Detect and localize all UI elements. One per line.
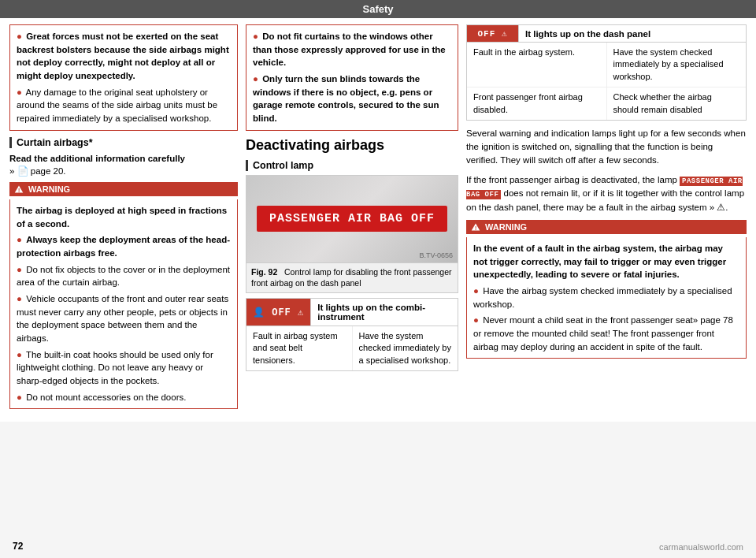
airbag-display: PASSENGER AIR BAG OFF	[257, 206, 447, 232]
warning-item-1: ● Always keep the deployment areas of th…	[17, 233, 231, 259]
right-info-header: OFF ⚠ It lights up on the dash panel	[467, 25, 746, 43]
middle-column: ● Do not fit curtains to the windows oth…	[246, 24, 458, 415]
image-ref: B.TV-0656	[419, 251, 453, 259]
control-lamp-heading: Control lamp	[246, 160, 458, 171]
warning-triangle-icon: !	[14, 184, 24, 194]
warning-box-1: ● Great forces must not be exerted on th…	[9, 24, 238, 131]
warning-item-4: ● The built-in coat hooks should be used…	[17, 348, 231, 388]
body-text-2: If the front passenger airbag is deactiv…	[466, 173, 747, 214]
page: Safety ● Great forces must not be exerte…	[0, 0, 756, 558]
info-table-icon: 👤 OFF ⚠	[246, 299, 310, 326]
lamp-image: PASSENGER AIR BAG OFF B.TV-0656	[246, 176, 458, 262]
watermark: carmanualsworld.com	[659, 542, 743, 552]
right-warning-item-0: In the event of a fault in the airbag sy…	[473, 242, 739, 281]
warning-strip-right: ! WARNING	[466, 220, 747, 234]
svg-text:!: !	[18, 188, 20, 193]
svg-text:!: !	[475, 225, 476, 231]
right-info-cell-1-1: Check whether the airbag should remain d…	[607, 87, 747, 120]
right-warning-item-2: ● Never mount a child seat in the front …	[473, 314, 739, 353]
info-table-cell-0-1: Have the system checked immediately by a…	[353, 326, 458, 370]
info-table-header-text: It lights up on the combi-instrument	[310, 299, 458, 326]
body-text-1: Several warning and indication lamps lig…	[466, 127, 747, 168]
warning-item-2: ● Do not fix objects to the cover or in …	[17, 263, 231, 289]
right-info-icon: OFF ⚠	[467, 25, 518, 42]
warning-item-5: ● Do not mount accessories on the doors.	[17, 391, 231, 404]
warning-box-1-bullet-2: ● Any damage to the original seat uphols…	[17, 86, 231, 125]
curtain-airbags-heading: Curtain airbags*	[9, 137, 238, 148]
right-info-cell-0-0: Fault in the airbag system.	[467, 43, 607, 87]
header-title: Safety	[362, 3, 393, 15]
header-bar: Safety	[0, 0, 756, 18]
warning-content-left: The airbag is deployed at high speed in …	[9, 199, 238, 409]
right-info-cell-0-1: Have the system checked immediately by a…	[607, 43, 747, 87]
deact-title: Deactivating airbags	[246, 137, 458, 154]
right-info-row-0: Fault in the airbag system. Have the sys…	[467, 43, 746, 87]
info-table-combi: 👤 OFF ⚠ It lights up on the combi-instru…	[246, 298, 458, 371]
right-warning-item-1: ● Have the airbag system checked immedia…	[473, 285, 739, 311]
warning-content-right: In the event of a fault in the airbag sy…	[466, 237, 747, 359]
right-column: OFF ⚠ It lights up on the dash panel Fau…	[466, 24, 747, 415]
warning-box-1-bullet-1: ● Great forces must not be exerted on th…	[17, 30, 231, 83]
info-table-header: 👤 OFF ⚠ It lights up on the combi-instru…	[246, 299, 458, 326]
warning-box-2-bullet-2: ● Only turn the sun blinds towards the w…	[253, 73, 451, 125]
warning-item-0: The airbag is deployed at high speed in …	[17, 204, 231, 230]
fig-caption: Fig. 92 Control lamp for disabling the f…	[246, 262, 458, 292]
right-info-header-text: It lights up on the dash panel	[518, 25, 746, 42]
right-info-box: OFF ⚠ It lights up on the dash panel Fau…	[466, 24, 747, 121]
warning-item-3: ● Vehicle occupants of the front and out…	[17, 292, 231, 345]
page-number: 72	[13, 541, 23, 552]
warning-box-2-bullet-1: ● Do not fit curtains to the windows oth…	[253, 30, 451, 69]
warning-triangle-right-icon: !	[471, 222, 480, 232]
warning-box-2: ● Do not fit curtains to the windows oth…	[246, 24, 458, 131]
content-area: ● Great forces must not be exerted on th…	[0, 18, 756, 422]
left-column: ● Great forces must not be exerted on th…	[9, 24, 238, 415]
right-info-row-1: Front passenger front airbag disabled. C…	[467, 87, 746, 120]
right-info-cell-1-0: Front passenger front airbag disabled.	[467, 87, 607, 120]
lamp-image-box: PASSENGER AIR BAG OFF B.TV-0656 Fig. 92 …	[246, 175, 458, 293]
warning-strip-left: ! WARNING	[9, 182, 238, 196]
read-info: Read the additional information carefull…	[9, 152, 238, 177]
info-table-cell-0-0: Fault in airbag system and seat belt ten…	[246, 326, 353, 370]
info-table-row-0: Fault in airbag system and seat belt ten…	[246, 326, 458, 370]
